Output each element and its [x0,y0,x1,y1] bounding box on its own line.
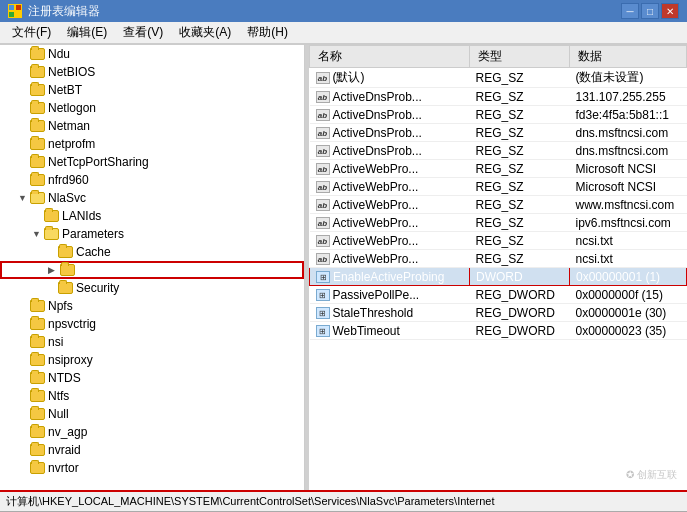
minimize-button[interactable]: ─ [621,3,639,19]
folder-icon-nsi [30,336,45,348]
reg-sz-icon: ab [316,145,330,157]
tree-item-cache[interactable]: Cache [0,243,304,261]
tree-arrow-internet: ▶ [48,265,60,275]
table-row[interactable]: ab(默认)REG_SZ(数值未设置) [310,68,687,88]
window-controls: ─ □ ✕ [621,3,679,19]
reg-dword-icon: ⊞ [316,271,330,283]
tree-label-cache: Cache [76,245,111,259]
tree-item-parameters[interactable]: ▼Parameters [0,225,304,243]
tree-item-nvrtor[interactable]: nvrtor [0,459,304,477]
tree-label-npfs: Npfs [48,299,73,313]
tree-item-netprofm[interactable]: netprofm [0,135,304,153]
folder-icon-nfrd960 [30,174,45,186]
menu-edit[interactable]: 编辑(E) [59,22,115,43]
reg-type: REG_SZ [470,232,570,250]
menu-file[interactable]: 文件(F) [4,22,59,43]
reg-name: (默认) [333,69,365,86]
reg-name: ActiveDnsProb... [333,108,422,122]
tree-item-ntds[interactable]: NTDS [0,369,304,387]
menu-favorites[interactable]: 收藏夹(A) [171,22,239,43]
tree-item-netbt[interactable]: NetBT [0,81,304,99]
svg-rect-0 [9,5,14,10]
tree-item-null[interactable]: Null [0,405,304,423]
reg-sz-icon: ab [316,217,330,229]
window-title: 注册表编辑器 [28,3,100,20]
reg-name: ActiveDnsProb... [333,144,422,158]
tree-label-ntds: NTDS [48,371,81,385]
folder-icon-nvraid [30,444,45,456]
table-row[interactable]: abActiveWebPro...REG_SZMicrosoft NCSI [310,160,687,178]
reg-sz-icon: ab [316,91,330,103]
title-bar: 注册表编辑器 ─ □ ✕ [0,0,687,22]
col-data[interactable]: 数据 [570,46,687,68]
reg-type: REG_SZ [470,196,570,214]
col-type[interactable]: 类型 [470,46,570,68]
folder-icon-cache [58,246,73,258]
table-row[interactable]: abActiveWebPro...REG_SZwww.msftncsi.com [310,196,687,214]
tree-item-nsi[interactable]: nsi [0,333,304,351]
tree-item-netman[interactable]: Netman [0,117,304,135]
menu-view[interactable]: 查看(V) [115,22,171,43]
table-row[interactable]: abActiveDnsProb...REG_SZdns.msftncsi.com [310,142,687,160]
tree-label-nfrd960: nfrd960 [48,173,89,187]
tree-item-nlasvc[interactable]: ▼NlaSvc [0,189,304,207]
folder-icon-netman [30,120,45,132]
svg-rect-1 [16,5,21,10]
menu-bar: 文件(F) 编辑(E) 查看(V) 收藏夹(A) 帮助(H) [0,22,687,44]
tree-item-npfs[interactable]: Npfs [0,297,304,315]
tree-item-security[interactable]: Security [0,279,304,297]
tree-label-netman: Netman [48,119,90,133]
tree-item-npsvctrig[interactable]: npsvctrig [0,315,304,333]
tree-label-netprofm: netprofm [48,137,95,151]
table-row[interactable]: ⊞EnableActiveProbingDWORD0x00000001 (1) [310,268,687,286]
tree-item-ndu[interactable]: Ndu [0,45,304,63]
reg-data: (数值未设置) [570,68,687,88]
folder-icon-lanids [44,210,59,222]
tree-item-nvraid[interactable]: nvraid [0,441,304,459]
reg-data: 0x00000023 (35) [570,322,687,340]
tree-item-lanids[interactable]: LANIds [0,207,304,225]
tree-panel[interactable]: NduNetBIOSNetBTNetlogonNetmannetprofmNet… [0,45,305,490]
table-row[interactable]: ⊞StaleThresholdREG_DWORD0x0000001e (30) [310,304,687,322]
tree-item-netlogon[interactable]: Netlogon [0,99,304,117]
table-row[interactable]: abActiveWebPro...REG_SZipv6.msftncsi.com [310,214,687,232]
tree-label-npsvctrig: npsvctrig [48,317,96,331]
reg-name: ActiveWebPro... [333,162,419,176]
table-row[interactable]: ⊞WebTimeoutREG_DWORD0x00000023 (35) [310,322,687,340]
reg-data: Microsoft NCSI [570,178,687,196]
folder-icon-nv_agp [30,426,45,438]
reg-name: EnableActiveProbing [333,270,444,284]
tree-item-nsiproxy[interactable]: nsiproxy [0,351,304,369]
tree-label-nvraid: nvraid [48,443,81,457]
table-row[interactable]: abActiveDnsProb...REG_SZ131.107.255.255 [310,88,687,106]
tree-label-nv_agp: nv_agp [48,425,87,439]
tree-item-ntfs[interactable]: Ntfs [0,387,304,405]
tree-item-internet[interactable]: ▶Internet [0,261,304,279]
tree-item-nfrd960[interactable]: nfrd960 [0,171,304,189]
folder-icon-null [30,408,45,420]
tree-item-nv_agp[interactable]: nv_agp [0,423,304,441]
right-panel[interactable]: 名称 类型 数据 ab(默认)REG_SZ(数值未设置)abActiveDnsP… [309,45,687,490]
tree-label-security: Security [76,281,119,295]
close-button[interactable]: ✕ [661,3,679,19]
col-name[interactable]: 名称 [310,46,470,68]
table-row[interactable]: ⊞PassivePollPe...REG_DWORD0x0000000f (15… [310,286,687,304]
table-row[interactable]: abActiveDnsProb...REG_SZfd3e:4f5a:5b81::… [310,106,687,124]
reg-type: REG_SZ [470,214,570,232]
reg-name: WebTimeout [333,324,400,338]
table-row[interactable]: abActiveWebPro...REG_SZMicrosoft NCSI [310,178,687,196]
table-row[interactable]: abActiveWebPro...REG_SZncsi.txt [310,250,687,268]
reg-type: REG_SZ [470,106,570,124]
tree-arrow-nlasvc: ▼ [18,193,30,203]
tree-item-netbios[interactable]: NetBIOS [0,63,304,81]
tree-item-nettcp[interactable]: NetTcpPortSharing [0,153,304,171]
reg-type: REG_SZ [470,142,570,160]
reg-data: www.msftncsi.com [570,196,687,214]
maximize-button[interactable]: □ [641,3,659,19]
menu-help[interactable]: 帮助(H) [239,22,296,43]
table-row[interactable]: abActiveWebPro...REG_SZncsi.txt [310,232,687,250]
table-row[interactable]: abActiveDnsProb...REG_SZdns.msftncsi.com [310,124,687,142]
folder-icon-nlasvc [30,192,45,204]
folder-icon-parameters [44,228,59,240]
tree-label-nvrtor: nvrtor [48,461,79,475]
